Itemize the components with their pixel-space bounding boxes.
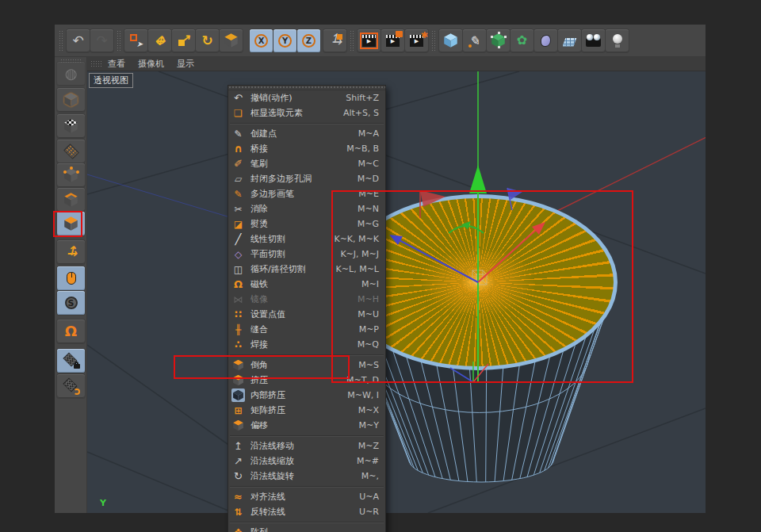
toolbar-spline-pen-button[interactable]: ✎ — [463, 29, 486, 52]
toolbar-floor-object-button[interactable] — [558, 29, 581, 52]
toolbar-grip[interactable] — [117, 30, 122, 51]
bevel-icon — [231, 358, 245, 372]
menu-item-shortcut: Shift+Z — [346, 93, 379, 103]
menu-item-label: 沿法线缩放 — [250, 455, 357, 467]
toolbar-undo-button[interactable]: ↶ — [67, 29, 90, 52]
sidebar-polygons-mode-button[interactable] — [57, 212, 85, 235]
menu-item-stitch-and-sew[interactable]: ╫缝合M~P — [228, 322, 385, 337]
menu-item-label: 挤压 — [250, 374, 346, 386]
menu-item-label: 框显选取元素 — [250, 107, 343, 119]
sidebar-edges-mode-button[interactable] — [57, 188, 85, 212]
sidebar-texture-mode-button[interactable] — [57, 114, 85, 138]
grid-c-icon — [64, 379, 78, 393]
normal-move-icon: ↥ — [231, 439, 245, 453]
menu-item-array[interactable]: ❖阵列 — [228, 525, 385, 532]
sidebar-enable-axis-button[interactable]: ↑→ — [57, 240, 85, 264]
menu-item-iron[interactable]: ◪熨烫M~G — [228, 216, 385, 232]
toolbar-volume-object-button[interactable] — [534, 29, 557, 52]
viewport-menu-1[interactable]: 摄像机 — [138, 58, 164, 70]
mouse-icon — [67, 272, 76, 285]
menu-item-frame-selection[interactable]: ❏框显选取元素Alt+S, S — [228, 105, 385, 121]
sidebar-points-mode-button[interactable] — [57, 163, 85, 187]
toolbar-modeling-objects-button[interactable]: ✿ — [511, 29, 533, 52]
viewport-3d[interactable]: 透视视图 Y — [87, 71, 706, 513]
menu-item-reverse-normals[interactable]: ⇅反转法线U~R — [228, 504, 385, 519]
light-icon — [610, 33, 625, 48]
menu-item-magnet[interactable]: Ω磁铁M~I — [228, 277, 385, 292]
menubar-grip[interactable] — [90, 60, 103, 68]
toolbar-render-picture-viewer-button[interactable]: ▶ — [381, 29, 404, 52]
sidebar-snap-button[interactable]: S — [57, 291, 85, 315]
menu-item-create-point[interactable]: ✎创建点M~A — [228, 126, 385, 141]
toolbar-grip[interactable] — [350, 30, 355, 51]
menu-item-close-polygon-hole[interactable]: ▱封闭多边形孔洞M~D — [228, 171, 385, 186]
app-window: ↶↷➤↔↕↗↻XYZ↑→▶▶▶✱✎✿ ◍↑→SΩ 查看摄像机显示 — [55, 25, 706, 513]
toolbar-render-settings-button[interactable]: ▶✱ — [405, 29, 428, 52]
menu-item-shortcut: M~P — [359, 324, 379, 335]
menu-item-undo-action[interactable]: ↶撤销(动作)Shift+Z — [228, 90, 385, 105]
toolbar-primitive-cube-button[interactable] — [439, 29, 462, 52]
toolbar-lock-z-axis-button[interactable]: Z — [297, 29, 320, 52]
sidebar-make-editable-button[interactable]: ◍ — [57, 62, 85, 86]
clover-icon: ✿ — [517, 34, 527, 47]
menu-item-matrix-extrude[interactable]: ⊞矩阵挤压M~X — [228, 403, 385, 418]
extrude-icon — [231, 373, 245, 387]
viewport-menu-0[interactable]: 查看 — [108, 58, 125, 70]
toolbar-light-object-button[interactable] — [606, 29, 629, 52]
plane-handle-red-flag[interactable] — [420, 190, 446, 218]
toolbar-render-view-button[interactable]: ▶ — [358, 29, 380, 52]
tool-cube-icon — [224, 33, 239, 48]
menu-item-normal-move[interactable]: ↥沿法线移动M~Z — [228, 438, 385, 454]
toolbar-subdivision-surface-button[interactable] — [487, 29, 510, 52]
menu-item-bevel[interactable]: 倒角M~S — [228, 358, 385, 373]
close-polygon-hole-icon: ▱ — [231, 172, 245, 186]
menu-item-dissolve[interactable]: ✂消除M~N — [228, 201, 385, 216]
sidebar-workplane-mode-button[interactable] — [57, 140, 85, 163]
menu-item-plane-cut[interactable]: ◇平面切割K~J, M~J — [228, 247, 385, 262]
menu-item-bridge[interactable]: ∩桥接M~B, B — [228, 141, 385, 156]
menu-item-shortcut: K~J, M~J — [340, 249, 379, 259]
toolbar-camera-object-button[interactable] — [582, 29, 605, 52]
toolbar-live-selection-button[interactable]: ➤ — [124, 29, 147, 52]
sidebar-model-mode-button[interactable] — [57, 88, 85, 112]
menu-item-brush[interactable]: ✐笔刷M~C — [228, 156, 385, 171]
menu-item-shortcut: M~A — [358, 128, 379, 139]
toolbar-lock-x-axis-button[interactable]: X — [250, 29, 273, 52]
menu-item-loop-path-cut[interactable]: ◫循环/路径切割K~L, M~L — [228, 262, 385, 277]
viewport-view-label[interactable]: 透视视图 — [89, 73, 133, 88]
menu-item-smooth-shift[interactable]: 偏移M~Y — [228, 418, 385, 433]
toolbar-grip[interactable] — [59, 30, 64, 51]
lock-x-axis-label: X — [254, 34, 268, 48]
toolbar-lock-y-axis-button[interactable]: Y — [273, 29, 296, 52]
menu-item-extrude[interactable]: 挤压M~T, D — [228, 373, 385, 388]
menu-item-mirror[interactable]: ⋈镜像M~H — [228, 292, 385, 307]
render-pv-icon: ▶ — [386, 35, 400, 47]
toolbar-grip[interactable] — [431, 30, 437, 51]
menu-item-shortcut: M~T, D — [346, 375, 379, 385]
menu-item-weld[interactable]: ∴焊接M~Q — [228, 337, 385, 352]
toolbar-rotate-button[interactable]: ↻ — [196, 29, 219, 52]
menu-item-label: 多边形画笔 — [250, 188, 358, 200]
menu-item-extrude-inner[interactable]: 内部挤压M~W, I — [228, 388, 385, 403]
menu-item-normal-rotate[interactable]: ↻沿法线旋转M~, — [228, 469, 385, 484]
toolbar-last-tool-button[interactable] — [220, 29, 243, 52]
menu-item-set-point-value[interactable]: ∷设置点值M~U — [228, 307, 385, 322]
toolbar-scale-button[interactable]: ↗ — [172, 29, 195, 52]
menu-item-normal-scale[interactable]: ↗沿法线缩放M~# — [228, 454, 385, 469]
sidebar-viewport-solo-button[interactable] — [57, 266, 85, 290]
world-axis-y-label: Y — [100, 498, 106, 508]
plane-grid-icon — [65, 145, 78, 158]
menu-item-align-normals[interactable]: ≈对齐法线U~A — [228, 489, 385, 504]
move-gizmo-z-axis[interactable] — [389, 235, 478, 282]
move-gizmo-x-axis[interactable] — [478, 222, 545, 282]
viewport-menu-2[interactable]: 显示 — [177, 58, 194, 70]
toolbar-move-button[interactable]: ↔↕ — [148, 29, 171, 52]
sidebar-magnet-button[interactable]: Ω — [57, 320, 85, 343]
plane-handle-blue-flag[interactable] — [507, 188, 522, 210]
sidebar-lock-workplane-button[interactable] — [57, 349, 85, 373]
sidebar-workplane-button[interactable] — [57, 374, 85, 398]
menu-item-line-cut[interactable]: ╱线性切割K~K, M~K — [228, 232, 385, 247]
menu-item-polygon-pen[interactable]: ✎多边形画笔M~E — [228, 186, 385, 201]
toolbar-coordinate-system-button[interactable]: ↑→ — [323, 29, 346, 52]
toolbar-redo-button[interactable]: ↷ — [90, 29, 113, 52]
